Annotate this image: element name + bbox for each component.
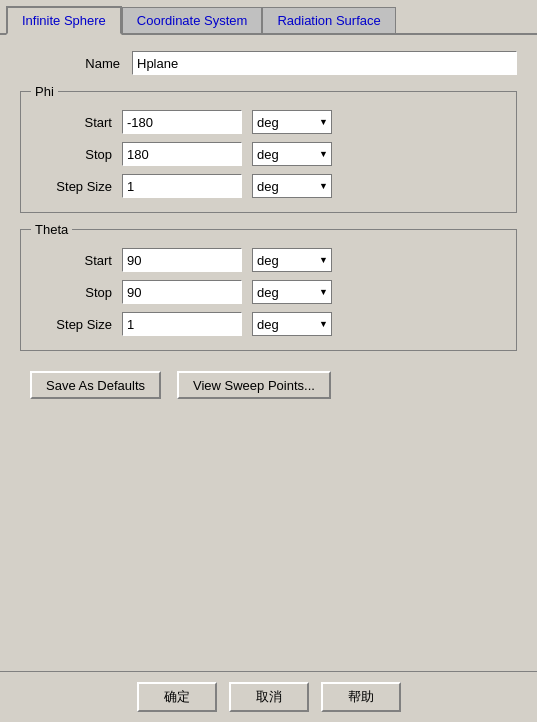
ok-button[interactable]: 确定 [137, 682, 217, 712]
name-input[interactable] [132, 51, 517, 75]
theta-step-row: Step Size deg rad [37, 312, 500, 336]
phi-stop-label: Stop [47, 147, 112, 162]
theta-step-unit-wrapper[interactable]: deg rad [252, 312, 332, 336]
view-sweep-button[interactable]: View Sweep Points... [177, 371, 331, 399]
theta-group: Theta Start deg rad Stop deg rad [20, 229, 517, 351]
theta-stop-label: Stop [47, 285, 112, 300]
tab-bar: Infinite Sphere Coordinate System Radiat… [0, 0, 537, 35]
phi-start-unit-select[interactable]: deg rad [252, 110, 332, 134]
tab-coordinate-system[interactable]: Coordinate System [122, 7, 263, 33]
phi-start-input[interactable] [122, 110, 242, 134]
theta-start-unit-wrapper[interactable]: deg rad [252, 248, 332, 272]
action-button-row: Save As Defaults View Sweep Points... [20, 363, 517, 407]
phi-start-row: Start deg rad [37, 110, 500, 134]
theta-start-label: Start [47, 253, 112, 268]
phi-legend: Phi [31, 84, 58, 99]
theta-start-row: Start deg rad [37, 248, 500, 272]
phi-start-unit-wrapper[interactable]: deg rad [252, 110, 332, 134]
phi-step-unit-select[interactable]: deg rad [252, 174, 332, 198]
name-row: Name [20, 51, 517, 75]
phi-stop-unit-select[interactable]: deg rad [252, 142, 332, 166]
phi-start-label: Start [47, 115, 112, 130]
phi-step-input[interactable] [122, 174, 242, 198]
theta-stop-unit-wrapper[interactable]: deg rad [252, 280, 332, 304]
cancel-button[interactable]: 取消 [229, 682, 309, 712]
theta-step-input[interactable] [122, 312, 242, 336]
theta-step-unit-select[interactable]: deg rad [252, 312, 332, 336]
tab-radiation-surface[interactable]: Radiation Surface [262, 7, 395, 33]
phi-stop-input[interactable] [122, 142, 242, 166]
theta-start-input[interactable] [122, 248, 242, 272]
dialog: Infinite Sphere Coordinate System Radiat… [0, 0, 537, 722]
help-button[interactable]: 帮助 [321, 682, 401, 712]
phi-step-unit-wrapper[interactable]: deg rad [252, 174, 332, 198]
phi-group: Phi Start deg rad Stop deg rad [20, 91, 517, 213]
name-label: Name [50, 56, 120, 71]
phi-stop-row: Stop deg rad [37, 142, 500, 166]
theta-step-label: Step Size [47, 317, 112, 332]
dialog-footer: 确定 取消 帮助 [0, 671, 537, 722]
theta-legend: Theta [31, 222, 72, 237]
theta-stop-input[interactable] [122, 280, 242, 304]
theta-stop-row: Stop deg rad [37, 280, 500, 304]
tab-infinite-sphere[interactable]: Infinite Sphere [6, 6, 122, 35]
save-defaults-button[interactable]: Save As Defaults [30, 371, 161, 399]
tab-content: Name Phi Start deg rad Stop [0, 35, 537, 671]
phi-stop-unit-wrapper[interactable]: deg rad [252, 142, 332, 166]
theta-start-unit-select[interactable]: deg rad [252, 248, 332, 272]
phi-step-row: Step Size deg rad [37, 174, 500, 198]
theta-stop-unit-select[interactable]: deg rad [252, 280, 332, 304]
phi-step-label: Step Size [47, 179, 112, 194]
